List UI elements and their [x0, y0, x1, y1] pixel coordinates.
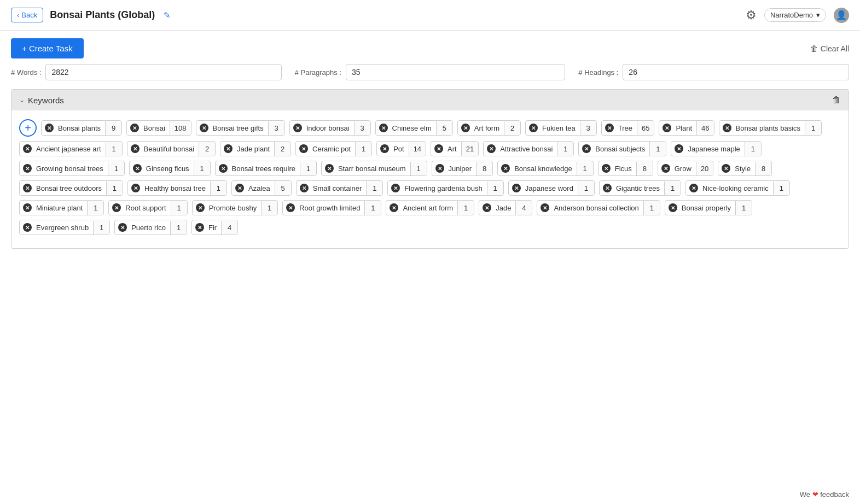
keyword-count: 1 [664, 181, 681, 195]
keyword-remove-button[interactable]: ✕ [283, 201, 298, 215]
keyword-remove-button[interactable]: ✕ [20, 220, 35, 235]
toolbar: + Create Task 🗑 Clear All [0, 31, 860, 64]
keyword-remove-button[interactable]: ✕ [671, 142, 687, 156]
headings-input[interactable] [623, 64, 849, 80]
keyword-remove-button[interactable]: ✕ [20, 181, 35, 195]
keyword-name: Beautiful bonsai [143, 142, 199, 156]
keyword-remove-button[interactable]: ✕ [659, 121, 675, 135]
keyword-remove-button[interactable]: ✕ [20, 142, 35, 156]
keyword-remove-button[interactable]: ✕ [386, 201, 402, 215]
keyword-chip: ✕Root support1 [108, 200, 187, 215]
keyword-remove-button[interactable]: ✕ [297, 181, 312, 195]
keyword-chip: ✕Gigantic trees1 [599, 180, 681, 196]
add-keyword-button[interactable]: + [19, 119, 37, 137]
keyword-remove-button[interactable]: ✕ [130, 161, 145, 175]
keyword-count: 14 [409, 142, 426, 156]
keyword-count: 8 [476, 162, 492, 175]
create-task-button[interactable]: + Create Task [11, 38, 84, 58]
keyword-remove-button[interactable]: ✕ [432, 161, 448, 175]
keyword-chip: ✕Art21 [431, 141, 479, 156]
keyword-remove-button[interactable]: ✕ [718, 161, 734, 175]
keyword-count: 1 [487, 181, 503, 195]
keyword-remove-button[interactable]: ✕ [20, 161, 35, 175]
keyword-remove-button[interactable]: ✕ [216, 161, 231, 175]
keyword-name: Promote bushy [208, 201, 261, 215]
keyword-name: Growing bonsai trees [35, 162, 108, 175]
avatar[interactable]: 👤 [834, 8, 849, 23]
keyword-name: Ancient japanese art [35, 142, 106, 156]
clear-all-button[interactable]: 🗑 Clear All [810, 44, 849, 53]
keyword-remove-button[interactable]: ✕ [109, 201, 124, 215]
keyword-remove-button[interactable]: ✕ [484, 142, 499, 156]
keyword-remove-button[interactable]: ✕ [296, 142, 311, 156]
keyword-remove-button[interactable]: ✕ [127, 121, 142, 135]
keyword-remove-button[interactable]: ✕ [537, 201, 553, 215]
keyword-remove-button[interactable]: ✕ [42, 121, 57, 135]
keyword-count: 1 [87, 201, 103, 215]
keyword-name: Japanese word [524, 181, 578, 195]
keyword-chip: ✕Japanese maple1 [671, 141, 761, 156]
keyword-name: Bonsai subjects [594, 142, 649, 156]
keyword-chip: ✕Bonsai plants9 [41, 120, 122, 136]
keyword-remove-button[interactable]: ✕ [686, 181, 701, 195]
keyword-chip: ✕Japanese word1 [508, 180, 595, 196]
keyword-remove-button[interactable]: ✕ [192, 220, 207, 235]
keyword-remove-button[interactable]: ✕ [458, 121, 473, 135]
keyword-chip: ✕Bonsai trees require1 [215, 161, 317, 176]
keyword-remove-button[interactable]: ✕ [290, 121, 305, 135]
keyword-remove-button[interactable]: ✕ [479, 201, 495, 215]
keyword-remove-button[interactable]: ✕ [127, 142, 143, 156]
keyword-chip: ✕Bonsai plants basics1 [719, 120, 822, 136]
keyword-remove-button[interactable]: ✕ [431, 142, 446, 156]
keyword-remove-button[interactable]: ✕ [115, 220, 130, 235]
keyword-remove-button[interactable]: ✕ [193, 201, 208, 215]
keyword-remove-button[interactable]: ✕ [322, 161, 337, 175]
keyword-chip: ✕Indoor bonsai3 [289, 120, 371, 136]
clear-all-label: Clear All [821, 44, 849, 53]
keyword-remove-button[interactable]: ✕ [509, 181, 524, 195]
user-name: NarratoDemo [770, 11, 813, 19]
keyword-count: 1 [106, 142, 122, 156]
keyword-remove-button[interactable]: ✕ [196, 121, 212, 135]
keyword-remove-button[interactable]: ✕ [377, 142, 392, 156]
keywords-container: + ✕Bonsai plants9✕Bonsai108✕Bonsai tree … [19, 119, 841, 235]
keywords-delete-button[interactable]: 🗑 [832, 95, 841, 105]
keyword-remove-button[interactable]: ✕ [128, 181, 143, 195]
back-button[interactable]: ‹ Back [11, 8, 43, 22]
keyword-remove-button[interactable]: ✕ [20, 201, 35, 215]
keyword-remove-button[interactable]: ✕ [598, 161, 614, 175]
keyword-count: 8 [636, 162, 653, 175]
words-stat: # Words : [11, 64, 282, 80]
keyword-chip: ✕Art form2 [457, 120, 521, 136]
keyword-remove-button[interactable]: ✕ [376, 121, 391, 135]
keyword-name: Azalea [247, 181, 275, 195]
keyword-remove-button[interactable]: ✕ [600, 181, 615, 195]
keyword-remove-button[interactable]: ✕ [388, 181, 403, 195]
keyword-remove-button[interactable]: ✕ [526, 121, 541, 135]
edit-icon[interactable]: ✎ [164, 10, 171, 20]
keyword-chip: ✕Bonsai108 [126, 120, 191, 136]
keyword-name: Art [446, 142, 461, 156]
keyword-remove-button[interactable]: ✕ [232, 181, 247, 195]
keyword-remove-button[interactable]: ✕ [658, 161, 673, 175]
settings-button[interactable]: ⚙ [746, 8, 757, 22]
keyword-chip: ✕Bonsai subjects1 [578, 141, 666, 156]
keyword-remove-button[interactable]: ✕ [665, 201, 681, 215]
keyword-count: 1 [170, 221, 187, 235]
keyword-remove-button[interactable]: ✕ [719, 121, 735, 135]
paragraphs-input[interactable] [346, 64, 565, 80]
keyword-count: 1 [577, 162, 593, 175]
user-dropdown[interactable]: NarratoDemo ▾ [764, 8, 826, 22]
keyword-chip: ✕Fir4 [191, 220, 238, 235]
keyword-remove-button[interactable]: ✕ [498, 161, 513, 175]
keyword-chip: ✕Ginseng ficus1 [129, 161, 211, 176]
keyword-remove-button[interactable]: ✕ [220, 142, 236, 156]
keywords-header[interactable]: ⌄ Keywords 🗑 [11, 90, 849, 110]
keyword-remove-button[interactable]: ✕ [602, 121, 617, 135]
keyword-count: 1 [93, 221, 109, 235]
keyword-name: Small container [312, 181, 367, 195]
keyword-remove-button[interactable]: ✕ [579, 142, 594, 156]
keyword-count: 20 [696, 162, 713, 175]
keyword-count: 1 [355, 142, 371, 156]
words-input[interactable] [45, 64, 281, 80]
